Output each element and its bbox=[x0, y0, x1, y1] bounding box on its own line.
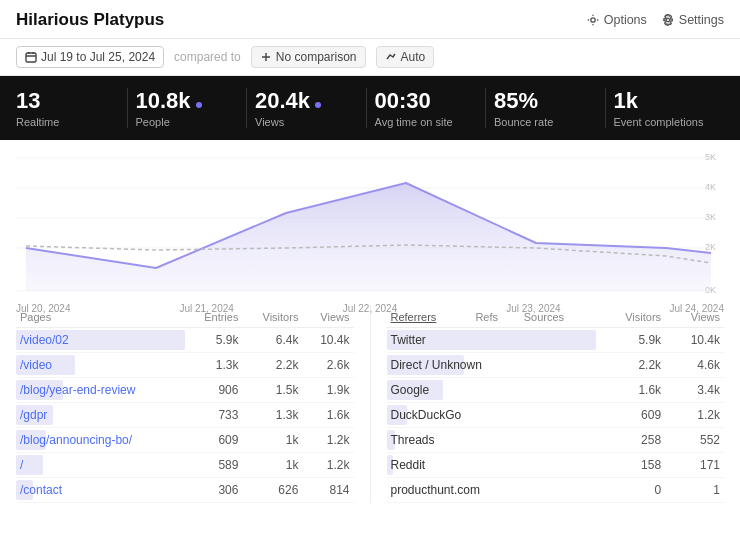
stat-item: 85%Bounce rate bbox=[486, 88, 606, 128]
stat-item: 10.8kPeople bbox=[128, 88, 248, 128]
page-cell[interactable]: /contact bbox=[16, 478, 185, 503]
date-range-button[interactable]: Jul 19 to Jul 25, 2024 bbox=[16, 46, 164, 68]
stat-value: 1k bbox=[614, 88, 717, 114]
referrers-table: ReferrersRefsSourcesVisitorsViews Twitte… bbox=[387, 305, 725, 503]
referrer-cell[interactable]: producthunt.com bbox=[387, 478, 596, 503]
table-row: producthunt.com 0 1 bbox=[387, 478, 725, 503]
table-row: /video/02 5.9k 6.4k 10.4k bbox=[16, 328, 354, 353]
stat-label: Event completions bbox=[614, 116, 717, 128]
table-row: /gdpr 733 1.3k 1.6k bbox=[16, 403, 354, 428]
page-cell[interactable]: /gdpr bbox=[16, 403, 185, 428]
page-cell[interactable]: /video/02 bbox=[16, 328, 185, 353]
auto-button[interactable]: Auto bbox=[376, 46, 435, 68]
views-cell: 814 bbox=[302, 478, 353, 503]
calendar-icon bbox=[25, 51, 37, 63]
line-chart: 5K 4K 3K 2K 0K bbox=[16, 148, 724, 298]
ref-visitors-cell: 158 bbox=[596, 453, 665, 478]
table-row: /blog/year-end-review 906 1.5k 1.9k bbox=[16, 378, 354, 403]
ref-views-cell: 1.2k bbox=[665, 403, 724, 428]
table-row: Threads 258 552 bbox=[387, 428, 725, 453]
referrer-cell[interactable]: Twitter bbox=[387, 328, 596, 353]
stat-label: Realtime bbox=[16, 116, 119, 128]
settings-button[interactable]: Settings bbox=[661, 13, 724, 27]
no-comparison-icon bbox=[260, 51, 272, 63]
header: Hilarious Platypus Options Settings bbox=[0, 0, 740, 39]
page-title: Hilarious Platypus bbox=[16, 10, 164, 30]
stat-dot bbox=[196, 102, 202, 108]
ref-visitors-cell: 609 bbox=[596, 403, 665, 428]
stat-item: 20.4kViews bbox=[247, 88, 367, 128]
stat-label: People bbox=[136, 116, 239, 128]
stat-label: Views bbox=[255, 116, 358, 128]
chart-x-label: Jul 20, 2024 bbox=[16, 303, 71, 314]
referrer-cell[interactable]: Google bbox=[387, 378, 596, 403]
stat-value: 85% bbox=[494, 88, 597, 114]
views-cell: 10.4k bbox=[302, 328, 353, 353]
auto-icon bbox=[385, 51, 397, 63]
ref-views-cell: 3.4k bbox=[665, 378, 724, 403]
ref-visitors-cell: 5.9k bbox=[596, 328, 665, 353]
referrer-cell[interactable]: DuckDuckGo bbox=[387, 403, 596, 428]
no-comparison-button[interactable]: No comparison bbox=[251, 46, 366, 68]
ref-views-cell: 171 bbox=[665, 453, 724, 478]
stat-item: 13Realtime bbox=[16, 88, 128, 128]
svg-text:2K: 2K bbox=[705, 242, 716, 252]
entries-cell: 609 bbox=[185, 428, 243, 453]
auto-label: Auto bbox=[401, 50, 426, 64]
options-button[interactable]: Options bbox=[586, 13, 647, 27]
page-cell[interactable]: / bbox=[16, 453, 185, 478]
stat-value: 10.8k bbox=[136, 88, 239, 114]
stat-item: 00:30Avg time on site bbox=[367, 88, 487, 128]
page-cell[interactable]: /blog/announcing-bo/ bbox=[16, 428, 185, 453]
chart-x-label: Jul 23, 2024 bbox=[506, 303, 561, 314]
table-row: Direct / Unknown 2.2k 4.6k bbox=[387, 353, 725, 378]
visitors-cell: 2.2k bbox=[242, 353, 302, 378]
stat-value: 00:30 bbox=[375, 88, 478, 114]
table-row: DuckDuckGo 609 1.2k bbox=[387, 403, 725, 428]
page-cell[interactable]: /blog/year-end-review bbox=[16, 378, 185, 403]
toolbar: Jul 19 to Jul 25, 2024 compared to No co… bbox=[0, 39, 740, 76]
ref-views-cell: 552 bbox=[665, 428, 724, 453]
visitors-cell: 1k bbox=[242, 453, 302, 478]
table-row: Reddit 158 171 bbox=[387, 453, 725, 478]
ref-visitors-cell: 258 bbox=[596, 428, 665, 453]
entries-cell: 589 bbox=[185, 453, 243, 478]
svg-point-1 bbox=[666, 18, 670, 22]
views-cell: 1.2k bbox=[302, 428, 353, 453]
chart-x-label: Jul 22, 2024 bbox=[343, 303, 398, 314]
views-cell: 1.9k bbox=[302, 378, 353, 403]
entries-cell: 5.9k bbox=[185, 328, 243, 353]
views-cell: 1.2k bbox=[302, 453, 353, 478]
chart-x-label: Jul 24, 2024 bbox=[670, 303, 725, 314]
table-area: PagesEntriesVisitorsViews /video/02 5.9k… bbox=[0, 305, 740, 503]
visitors-cell: 1.3k bbox=[242, 403, 302, 428]
no-comparison-label: No comparison bbox=[276, 50, 357, 64]
referrers-table-section: ReferrersRefsSourcesVisitorsViews Twitte… bbox=[371, 305, 741, 503]
options-icon bbox=[586, 13, 600, 27]
views-cell: 2.6k bbox=[302, 353, 353, 378]
svg-text:3K: 3K bbox=[705, 212, 716, 222]
ref-views-cell: 10.4k bbox=[665, 328, 724, 353]
tables-row: PagesEntriesVisitorsViews /video/02 5.9k… bbox=[0, 305, 740, 503]
stat-value: 20.4k bbox=[255, 88, 358, 114]
stat-dot bbox=[315, 102, 321, 108]
table-row: /blog/announcing-bo/ 609 1k 1.2k bbox=[16, 428, 354, 453]
table-row: / 589 1k 1.2k bbox=[16, 453, 354, 478]
ref-views-cell: 4.6k bbox=[665, 353, 724, 378]
stat-item: 1kEvent completions bbox=[606, 88, 725, 128]
referrer-cell[interactable]: Reddit bbox=[387, 453, 596, 478]
entries-cell: 906 bbox=[185, 378, 243, 403]
pages-table-section: PagesEntriesVisitorsViews /video/02 5.9k… bbox=[0, 305, 371, 503]
compared-to-text: compared to bbox=[174, 50, 241, 64]
visitors-cell: 626 bbox=[242, 478, 302, 503]
settings-icon bbox=[661, 13, 675, 27]
page-cell[interactable]: /video bbox=[16, 353, 185, 378]
ref-visitors-cell: 0 bbox=[596, 478, 665, 503]
chart-area: 5K 4K 3K 2K 0K Jul 20, 2024Jul 21, 2024J… bbox=[0, 140, 740, 305]
referrer-cell[interactable]: Direct / Unknown bbox=[387, 353, 596, 378]
stat-label: Bounce rate bbox=[494, 116, 597, 128]
views-cell: 1.6k bbox=[302, 403, 353, 428]
settings-label: Settings bbox=[679, 13, 724, 27]
table-row: Google 1.6k 3.4k bbox=[387, 378, 725, 403]
referrer-cell[interactable]: Threads bbox=[387, 428, 596, 453]
